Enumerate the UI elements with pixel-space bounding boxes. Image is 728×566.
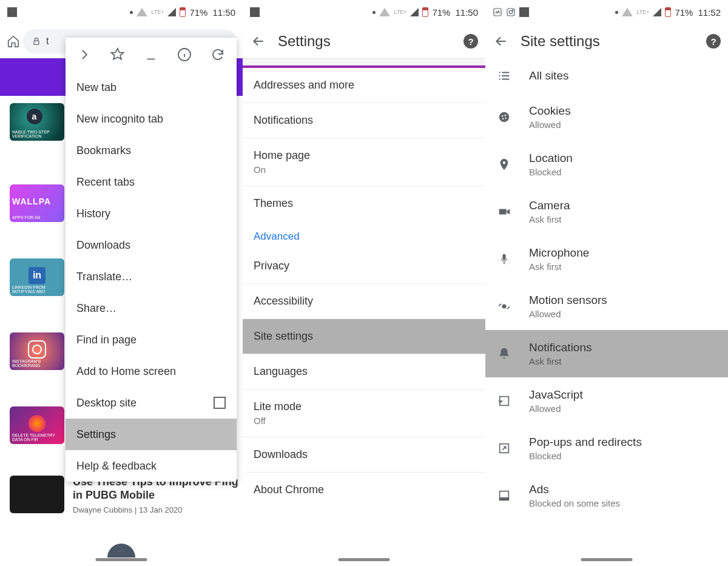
expand-arrow[interactable] (107, 544, 135, 558)
thumbnail[interactable]: INSTAGRAM'S BOOMERANG (10, 332, 64, 370)
mic-icon (494, 252, 514, 266)
nav-handle[interactable] (96, 558, 147, 561)
settings-notifications[interactable]: Notifications (243, 103, 485, 138)
svg-point-5 (513, 10, 513, 10)
settings-site-settings[interactable]: Site settings (243, 319, 485, 354)
settings-lite-mode[interactable]: Lite modeOff (243, 389, 485, 437)
statusbar: LTE+ 71% 11:50 (0, 0, 243, 24)
settings-homepage[interactable]: Home pageOn (243, 138, 485, 186)
help-button[interactable]: ? (706, 34, 721, 49)
site-settings-title: Site settings (521, 33, 695, 50)
back-button[interactable] (250, 33, 267, 50)
battery-text: 71% (432, 7, 450, 18)
settings-accessibility[interactable]: Accessibility (243, 284, 485, 319)
signal-icon (167, 8, 176, 16)
motion-icon (494, 300, 514, 313)
statusbar: LTE+ 71% 11:52 (485, 0, 728, 24)
menu-recent-tabs[interactable]: Recent tabs (66, 166, 237, 198)
url-text: t (46, 36, 49, 47)
ads-icon (494, 489, 514, 502)
back-button[interactable] (493, 33, 510, 50)
lte-label: LTE+ (394, 9, 406, 15)
bookmark-button[interactable] (110, 47, 126, 62)
svg-point-6 (499, 112, 510, 123)
appbar: Site settings ? (485, 24, 728, 58)
menu-find-in-page[interactable]: Find in page (66, 324, 237, 355)
menu-history[interactable]: History (66, 198, 237, 229)
menu-share[interactable]: Share… (66, 292, 237, 324)
signal-icon (653, 8, 661, 16)
thumbnail[interactable]: WALLPAAPPS FOR AN (10, 184, 64, 222)
menu-new-tab[interactable]: New tab (66, 72, 237, 103)
menu-desktop-site[interactable]: Desktop site (66, 387, 237, 419)
notification-icon (7, 7, 17, 17)
info-button[interactable] (177, 47, 192, 62)
forward-button[interactable] (76, 47, 92, 62)
wifi-icon (136, 8, 147, 16)
thumbnail[interactable]: inLINKEDIN FROM NOTIFYING ABO (10, 258, 64, 296)
svg-point-7 (502, 115, 503, 116)
nav-handle[interactable] (339, 558, 390, 561)
appbar: Settings ? (243, 24, 485, 58)
thumbnail[interactable]: aNABLE TWO-STEP VERIFICATION (10, 103, 64, 141)
site-cookies[interactable]: CookiesAllowed (485, 93, 728, 141)
desktop-site-checkbox[interactable] (214, 397, 226, 409)
site-all-sites[interactable]: All sites (485, 58, 728, 93)
wifi-icon (622, 8, 633, 16)
notification-icon (250, 7, 260, 17)
screen-settings: LTE+ 71% 11:50 Settings ? Addresses and … (243, 0, 485, 566)
svg-point-10 (505, 118, 507, 119)
thumbnail[interactable]: DELETE TELEMETRY DATA ON FIR (10, 406, 64, 444)
refresh-button[interactable] (210, 47, 226, 62)
statusbar: LTE+ 71% 11:50 (243, 0, 485, 24)
site-motion[interactable]: Motion sensorsAllowed (485, 283, 728, 330)
help-button[interactable]: ? (463, 34, 478, 49)
notification-icon (519, 7, 529, 17)
battery-text: 71% (675, 7, 693, 18)
site-popups[interactable]: Pop-ups and redirectsBlocked (485, 425, 728, 472)
site-microphone[interactable]: MicrophoneAsk first (485, 235, 728, 283)
svg-rect-0 (34, 41, 39, 44)
menu-add-home[interactable]: Add to Home screen (66, 355, 237, 387)
download-button[interactable] (143, 47, 159, 62)
camera-icon (494, 205, 514, 218)
battery-icon (422, 7, 428, 17)
popup-icon (494, 442, 514, 455)
svg-point-8 (505, 115, 506, 116)
menu-new-incognito[interactable]: New incognito tab (66, 103, 237, 135)
article-byline: Dwayne Cubbins | 13 Jan 2020 (73, 505, 243, 514)
bell-icon (494, 347, 514, 360)
dot-icon (130, 11, 133, 14)
notification-icon (493, 7, 502, 17)
settings-themes[interactable]: Themes (243, 186, 485, 221)
menu-translate[interactable]: Translate… (66, 261, 237, 292)
home-button[interactable] (6, 34, 21, 49)
menu-help[interactable]: Help & feedback (66, 450, 237, 482)
svg-point-9 (502, 118, 504, 120)
site-ads[interactable]: AdsBlocked on some sites (485, 472, 728, 519)
overflow-menu: New tab New incognito tab Bookmarks Rece… (66, 38, 237, 482)
svg-point-11 (502, 305, 506, 308)
menu-settings[interactable]: Settings (66, 419, 237, 450)
site-javascript[interactable]: JavaScriptAllowed (485, 377, 728, 425)
screen-browser-menu: LTE+ 71% 11:50 t † aNABLE TWO-STEP VERIF… (0, 0, 243, 566)
menu-downloads[interactable]: Downloads (66, 229, 237, 261)
settings-downloads[interactable]: Downloads (243, 437, 485, 473)
settings-advanced-header: Advanced (243, 221, 485, 249)
signal-icon (410, 8, 419, 16)
svg-point-4 (509, 10, 512, 13)
dot-icon (615, 11, 618, 14)
screen-site-settings: LTE+ 71% 11:52 Site settings ? All sites… (485, 0, 728, 566)
nav-handle[interactable] (581, 558, 633, 561)
site-location[interactable]: LocationBlocked (485, 141, 728, 188)
site-camera[interactable]: CameraAsk first (485, 188, 728, 235)
settings-about[interactable]: About Chrome (243, 473, 485, 507)
js-icon (494, 394, 514, 408)
battery-icon (180, 7, 186, 17)
settings-languages[interactable]: Languages (243, 354, 485, 389)
clock-text: 11:52 (698, 7, 721, 18)
settings-addresses[interactable]: Addresses and more (243, 68, 485, 103)
menu-bookmarks[interactable]: Bookmarks (66, 135, 237, 166)
site-notifications[interactable]: NotificationsAsk first (485, 330, 728, 377)
settings-privacy[interactable]: Privacy (243, 249, 485, 284)
